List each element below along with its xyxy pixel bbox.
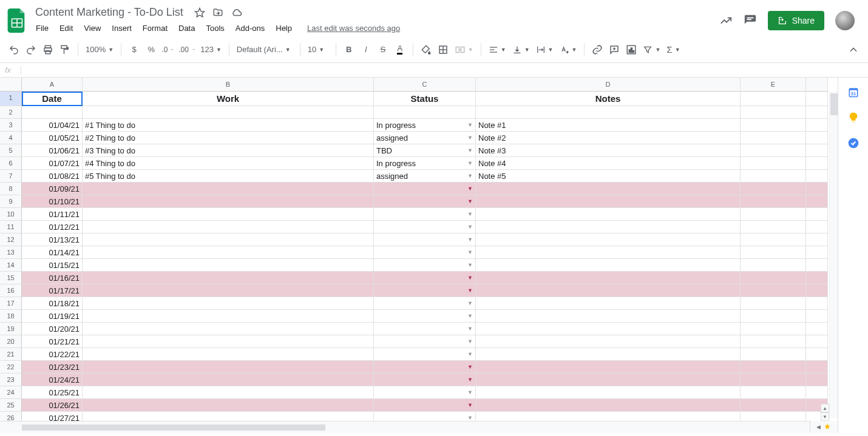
cell[interactable] (476, 195, 741, 208)
scroll-down-button[interactable]: ▼ (821, 412, 829, 421)
cell[interactable] (476, 297, 741, 310)
row-header[interactable]: 13 (0, 246, 22, 259)
cell[interactable]: 01/09/21 (22, 183, 83, 195)
cell[interactable] (741, 323, 806, 335)
cell[interactable] (476, 106, 741, 119)
dropdown-arrow-icon[interactable]: ▼ (467, 399, 473, 412)
cell[interactable] (476, 208, 741, 221)
row-header[interactable]: 16 (0, 284, 22, 297)
last-edit-link[interactable]: Last edit was seconds ago (307, 24, 400, 33)
cell[interactable] (806, 374, 828, 386)
cell[interactable] (806, 233, 828, 246)
cell[interactable] (806, 208, 828, 221)
cell[interactable]: ▼ (374, 246, 476, 259)
cell[interactable] (83, 335, 374, 348)
cell[interactable] (83, 106, 374, 119)
cell[interactable]: In progress▼ (374, 119, 476, 132)
cell[interactable]: 01/14/21 (22, 246, 83, 259)
cell[interactable]: ▼ (374, 259, 476, 272)
cell[interactable]: #3 Thing to do (83, 144, 374, 157)
format-currency-button[interactable]: $ (126, 42, 142, 58)
zoom-dropdown[interactable]: 100%▼ (83, 45, 116, 54)
cell[interactable]: Note #3 (476, 144, 741, 157)
cell[interactable]: #4 Thing to do (83, 157, 374, 170)
cell[interactable] (741, 221, 806, 233)
cell[interactable] (476, 246, 741, 259)
cell[interactable]: ▼ (374, 374, 476, 386)
dropdown-arrow-icon[interactable]: ▼ (467, 119, 473, 132)
cell[interactable] (806, 335, 828, 348)
cell[interactable]: ▼ (374, 323, 476, 335)
cell[interactable] (83, 323, 374, 335)
cell[interactable] (476, 323, 741, 335)
cell[interactable] (741, 310, 806, 323)
insert-comment-button[interactable] (606, 42, 622, 58)
star-icon[interactable] (194, 7, 205, 18)
menu-file[interactable]: File (32, 21, 53, 35)
cell[interactable] (741, 348, 806, 361)
comments-icon[interactable] (744, 14, 757, 27)
cell[interactable] (741, 259, 806, 272)
cell[interactable]: 01/11/21 (22, 208, 83, 221)
row-header[interactable]: 23 (0, 374, 22, 386)
merge-cells-button[interactable]: ▼ (452, 44, 476, 55)
row-header[interactable]: 12 (0, 233, 22, 246)
cell[interactable] (806, 119, 828, 132)
cell[interactable]: 01/20/21 (22, 323, 83, 335)
dropdown-arrow-icon[interactable]: ▼ (467, 323, 473, 335)
row-header[interactable]: 2 (0, 106, 22, 119)
cell[interactable]: ▼ (374, 272, 476, 284)
cell[interactable]: ▼ (374, 208, 476, 221)
cell[interactable] (806, 195, 828, 208)
collapse-toolbar-button[interactable] (845, 41, 862, 58)
cell[interactable] (83, 272, 374, 284)
dropdown-arrow-icon[interactable]: ▼ (467, 297, 473, 310)
cell[interactable] (806, 323, 828, 335)
cell[interactable] (476, 335, 741, 348)
cell[interactable]: 01/08/21 (22, 170, 83, 183)
row-header[interactable]: 6 (0, 157, 22, 170)
cell[interactable] (83, 284, 374, 297)
row-header[interactable]: 14 (0, 259, 22, 272)
cell[interactable] (476, 259, 741, 272)
cell[interactable] (806, 246, 828, 259)
select-all-corner[interactable] (0, 78, 22, 92)
text-color-button[interactable]: A (392, 42, 408, 58)
menu-tools[interactable]: Tools (202, 21, 228, 35)
cell[interactable] (741, 374, 806, 386)
cell[interactable] (806, 361, 828, 374)
column-header-A[interactable]: A (22, 78, 83, 92)
cell[interactable] (476, 233, 741, 246)
menu-add-ons[interactable]: Add-ons (231, 21, 269, 35)
activity-icon[interactable] (719, 14, 733, 27)
horizontal-align-button[interactable]: ▼ (486, 45, 509, 55)
cell[interactable] (476, 399, 741, 412)
cell[interactable]: assigned▼ (374, 132, 476, 144)
sheet-tabs-bar[interactable] (0, 421, 838, 433)
cell[interactable] (83, 233, 374, 246)
cell[interactable]: 01/10/21 (22, 195, 83, 208)
cell[interactable]: ▼ (374, 195, 476, 208)
cell[interactable] (83, 386, 374, 399)
cell[interactable] (806, 348, 828, 361)
cloud-status-icon[interactable] (231, 7, 243, 18)
cell[interactable] (476, 183, 741, 195)
cell[interactable] (741, 195, 806, 208)
cell[interactable]: 01/12/21 (22, 221, 83, 233)
cell[interactable] (83, 259, 374, 272)
row-header[interactable]: 19 (0, 323, 22, 335)
cell[interactable]: ▼ (374, 386, 476, 399)
cell[interactable] (83, 348, 374, 361)
cell[interactable] (741, 183, 806, 195)
cell[interactable] (83, 374, 374, 386)
cell[interactable] (476, 386, 741, 399)
paint-format-button[interactable] (57, 42, 73, 58)
dropdown-arrow-icon[interactable]: ▼ (467, 221, 473, 233)
cell[interactable] (806, 183, 828, 195)
cell[interactable] (741, 399, 806, 412)
cell[interactable] (741, 361, 806, 374)
dropdown-arrow-icon[interactable]: ▼ (467, 259, 473, 272)
cell[interactable] (806, 284, 828, 297)
cell[interactable] (741, 272, 806, 284)
cell[interactable] (83, 208, 374, 221)
